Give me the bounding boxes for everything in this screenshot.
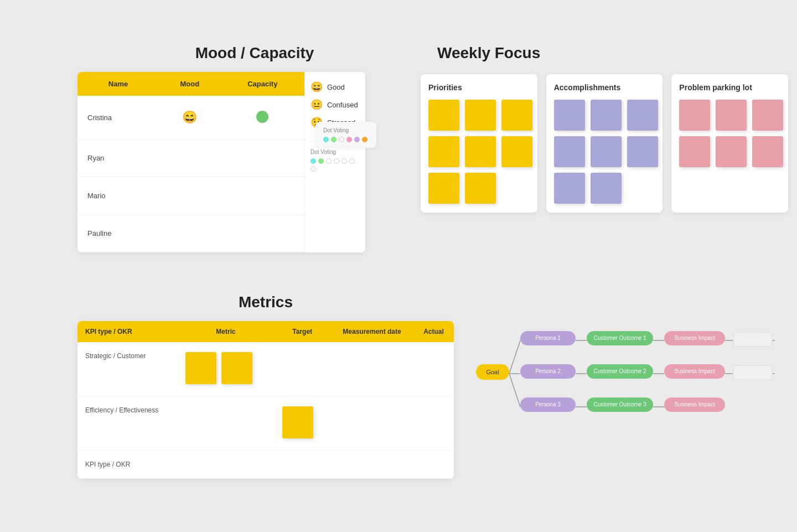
sticky-note bbox=[185, 352, 216, 384]
metric-cell bbox=[178, 451, 275, 479]
sticky-note bbox=[554, 100, 585, 131]
legend-good: 😄 Good bbox=[310, 81, 360, 93]
svg-text:Persona 2: Persona 2 bbox=[535, 368, 561, 374]
sticky-note bbox=[282, 406, 313, 438]
priorities-panel: Priorities bbox=[421, 74, 537, 213]
sticky-note bbox=[428, 136, 459, 167]
target-cell bbox=[275, 396, 330, 451]
person-name: Mario bbox=[77, 177, 159, 215]
sticky-note bbox=[554, 136, 585, 167]
svg-text:Customer Outcome 2: Customer Outcome 2 bbox=[593, 368, 646, 374]
person-name: Cristina bbox=[77, 96, 159, 140]
parking-lot-grid bbox=[679, 100, 780, 167]
col-actual: Actual bbox=[413, 321, 454, 342]
svg-text:Business Impact: Business Impact bbox=[674, 368, 715, 374]
person-mood: 😄 bbox=[159, 96, 221, 140]
dot bbox=[323, 137, 329, 142]
sticky-note bbox=[716, 100, 747, 131]
sticky-note bbox=[591, 100, 622, 131]
kpi-type: Efficiency / Effectiveness bbox=[77, 396, 178, 451]
col-mood: Mood bbox=[159, 72, 221, 96]
weekly-boards: Priorities Accomplishments bbox=[421, 74, 797, 213]
dots-row bbox=[310, 158, 360, 172]
dot bbox=[310, 166, 316, 172]
mood-section-title: Mood / Capacity bbox=[77, 44, 432, 62]
actual-cell bbox=[413, 342, 454, 396]
kpi-type: KPI type / OKR bbox=[77, 451, 178, 479]
mood-legend: 😄 Good 😐 Confused 😟 Stressed Dot Voting bbox=[304, 72, 365, 252]
col-name: Name bbox=[77, 72, 159, 96]
col-target: Target bbox=[275, 321, 330, 342]
svg-rect-32 bbox=[733, 365, 772, 380]
sticky-note bbox=[679, 100, 710, 131]
svg-text:Persona 3: Persona 3 bbox=[535, 401, 561, 407]
flow-svg: Goal Persona 1 Persona 2 Persona 3 Custo… bbox=[470, 321, 780, 432]
person-capacity bbox=[221, 96, 304, 140]
person-mood bbox=[159, 215, 221, 252]
sticky-note bbox=[716, 136, 747, 167]
dot bbox=[310, 158, 316, 164]
sticky-note bbox=[501, 100, 532, 131]
table-row: Mario bbox=[77, 177, 304, 215]
col-measurement: Measurement date bbox=[330, 321, 413, 342]
dot bbox=[341, 158, 347, 164]
target-cell bbox=[275, 451, 330, 479]
target-cell bbox=[275, 342, 330, 396]
metrics-card: KPI type / OKR Metric Target Measurement… bbox=[77, 321, 454, 479]
sticky-note bbox=[221, 352, 252, 384]
weekly-focus-title: Weekly Focus bbox=[421, 44, 797, 62]
dot bbox=[354, 137, 360, 142]
person-capacity bbox=[221, 215, 304, 252]
flow-diagram-section: Goal Persona 1 Persona 2 Persona 3 Custo… bbox=[470, 321, 791, 434]
sticky-note bbox=[428, 173, 459, 204]
capacity-indicator bbox=[256, 111, 268, 123]
good-label: Good bbox=[327, 83, 345, 91]
mood-table-header: Name Mood Capacity bbox=[77, 72, 304, 96]
kpi-type: Strategic / Customer bbox=[77, 342, 178, 396]
table-row: Cristina 😄 bbox=[77, 96, 304, 140]
dot bbox=[349, 158, 355, 164]
sticky-note bbox=[554, 173, 585, 204]
col-capacity: Capacity bbox=[221, 72, 304, 96]
priorities-grid bbox=[428, 100, 530, 204]
mood-capacity-section: Mood / Capacity Name Mood Capacity Crist… bbox=[77, 44, 432, 252]
person-name: Pauline bbox=[77, 215, 159, 252]
person-mood bbox=[159, 140, 221, 177]
col-kpi: KPI type / OKR bbox=[77, 321, 178, 342]
dot-voting-standalone-label: Dot Voting bbox=[323, 127, 369, 133]
confused-emoji: 😐 bbox=[310, 99, 323, 111]
parking-lot-panel: Problem parking lot bbox=[671, 74, 788, 213]
svg-text:Goal: Goal bbox=[486, 369, 499, 375]
metrics-title: Metrics bbox=[77, 293, 454, 311]
metrics-row: Strategic / Customer bbox=[77, 342, 454, 396]
sticky-note bbox=[591, 136, 622, 167]
parking-lot-title: Problem parking lot bbox=[679, 83, 780, 92]
accomplishments-grid bbox=[554, 100, 655, 204]
sticky-note bbox=[627, 100, 658, 131]
person-capacity bbox=[221, 177, 304, 215]
priorities-title: Priorities bbox=[428, 83, 530, 92]
sticky-note bbox=[627, 136, 658, 167]
person-name: Ryan bbox=[77, 140, 159, 177]
svg-text:Customer Outcome 1: Customer Outcome 1 bbox=[593, 335, 646, 341]
mood-table: Name Mood Capacity Cristina 😄 Ryan Mario… bbox=[77, 72, 304, 252]
col-metric: Metric bbox=[178, 321, 275, 342]
dot bbox=[326, 158, 332, 164]
metrics-header: KPI type / OKR Metric Target Measurement… bbox=[77, 321, 454, 342]
good-emoji: 😄 bbox=[310, 81, 323, 93]
actual-cell bbox=[413, 396, 454, 451]
measurement-cell bbox=[330, 342, 413, 396]
mood-card: Name Mood Capacity Cristina 😄 Ryan Mario… bbox=[77, 72, 365, 252]
person-capacity bbox=[221, 140, 304, 177]
sticky-note bbox=[591, 173, 622, 204]
dot bbox=[362, 137, 368, 142]
sticky-note bbox=[679, 136, 710, 167]
sticky-note bbox=[465, 173, 496, 204]
sticky-note bbox=[465, 136, 496, 167]
legend-confused: 😐 Confused bbox=[310, 99, 360, 111]
dot bbox=[346, 137, 352, 142]
svg-line-0 bbox=[509, 340, 520, 374]
accomplishments-panel: Accomplishments bbox=[546, 74, 663, 213]
metrics-section: Metrics KPI type / OKR Metric Target Mea… bbox=[77, 293, 454, 479]
dot bbox=[339, 137, 344, 142]
